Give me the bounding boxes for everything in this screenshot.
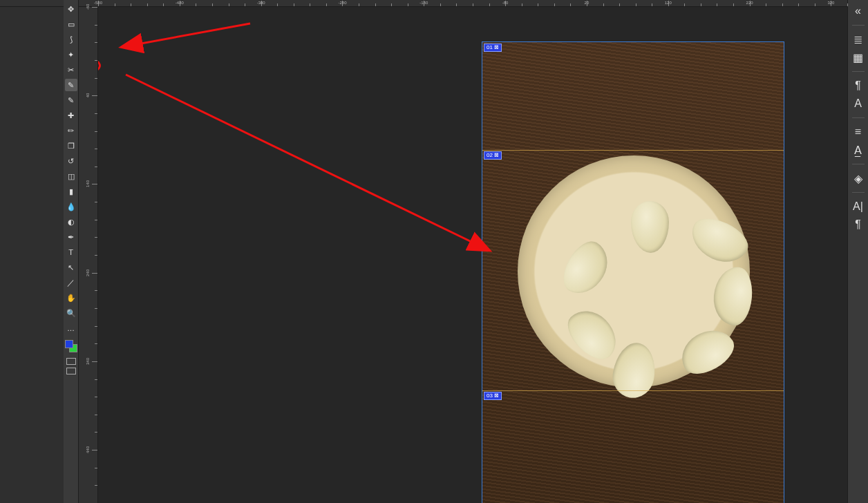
vertical-ruler[interactable]: -6040140240340440: [79, 7, 98, 503]
gradient-tool[interactable]: ▮: [65, 185, 77, 198]
tool-palette: ✥▭⟆✦✂✎✎✚✏❐↺◫▮💧◐✒T↖／✋🔍…: [64, 0, 79, 503]
ruler-corner: [0, 0, 98, 7]
more-tools[interactable]: …: [65, 322, 77, 334]
eraser-tool[interactable]: ◫: [65, 170, 77, 182]
slice-tool[interactable]: ✎: [65, 79, 77, 91]
brush-tool[interactable]: ✏: [65, 124, 77, 137]
fg-swatch[interactable]: [65, 340, 73, 348]
slice-badge[interactable]: 02⊠: [484, 151, 502, 160]
artboard[interactable]: 01⊠02⊠03⊠: [482, 41, 784, 503]
paragraph-panel-icon[interactable]: ¶: [851, 79, 865, 93]
blur-tool[interactable]: 💧: [65, 200, 77, 213]
canvas-area[interactable]: 01⊠02⊠03⊠: [98, 7, 847, 503]
hand-tool[interactable]: ✋: [65, 292, 77, 304]
history-brush-tool[interactable]: ↺: [65, 155, 77, 167]
align-panel-icon[interactable]: A|: [851, 200, 865, 213]
color-swatches[interactable]: [65, 340, 77, 352]
line-tool[interactable]: ／: [65, 276, 77, 289]
move-tool[interactable]: ✥: [65, 3, 77, 15]
expand-panels-icon[interactable]: «: [851, 4, 865, 18]
styles-panel-icon[interactable]: A̲: [851, 143, 865, 157]
left-gutter: [0, 7, 64, 503]
type-tool[interactable]: T: [65, 246, 77, 258]
color-panel-icon[interactable]: ≣: [851, 32, 865, 46]
path-selection-tool[interactable]: ↖: [65, 261, 77, 274]
magic-wand-tool[interactable]: ✦: [65, 48, 77, 61]
dodge-tool[interactable]: ◐: [65, 216, 77, 228]
screen-mode-standard[interactable]: [66, 358, 76, 365]
eyedropper-tool[interactable]: ✎: [65, 94, 77, 106]
slice-badge[interactable]: 01⊠: [484, 44, 502, 52]
svg-line-1: [122, 23, 250, 47]
crop-tool[interactable]: ✂: [65, 64, 77, 76]
app-root: -580-480-380-280-180-8020120220320 ✥▭⟆✦✂…: [0, 0, 868, 503]
slice-image-icon: ⊠: [494, 44, 499, 52]
marquee-tool[interactable]: ▭: [65, 18, 77, 30]
zoom-tool[interactable]: 🔍: [65, 307, 77, 319]
slice-number: 03: [487, 392, 493, 400]
right-panel-strip: «≣▦¶A≡A̲◈A|¶: [847, 0, 868, 503]
3d-panel-icon[interactable]: ◈: [851, 171, 865, 185]
slice-divider[interactable]: [482, 390, 784, 391]
svg-line-2: [126, 75, 489, 250]
screen-mode-fullscreen[interactable]: [66, 368, 76, 374]
slice-image-icon: ⊠: [494, 151, 499, 160]
pen-tool[interactable]: ✒: [65, 231, 77, 243]
lasso-tool[interactable]: ⟆: [65, 33, 77, 46]
clone-stamp-tool[interactable]: ❐: [65, 140, 77, 152]
swatches-panel-icon[interactable]: ▦: [851, 50, 865, 64]
slice-divider[interactable]: [482, 150, 784, 151]
slice-number: 01: [487, 44, 493, 52]
slice-number: 02: [487, 151, 493, 160]
glyphs-panel-icon[interactable]: ¶: [851, 218, 865, 231]
horizontal-ruler[interactable]: -580-480-380-280-180-8020120220320: [98, 0, 847, 7]
healing-brush-tool[interactable]: ✚: [65, 109, 77, 122]
character-panel-icon[interactable]: A: [851, 97, 865, 111]
slice-image-icon: ⊠: [494, 392, 499, 400]
slice-badge[interactable]: 03⊠: [484, 392, 502, 400]
adjustments-panel-icon[interactable]: ≡: [851, 125, 865, 139]
annotation-ellipse: [98, 57, 101, 74]
